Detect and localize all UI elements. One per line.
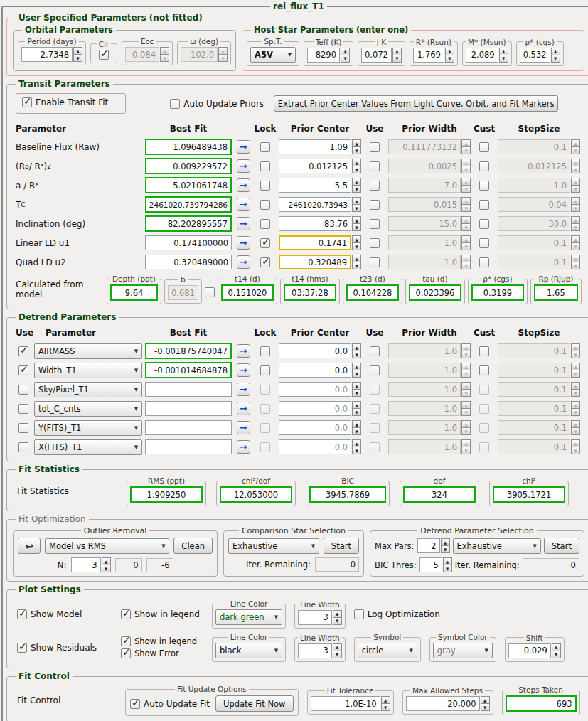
show-residuals-checkbox[interactable]: Show Residuals xyxy=(17,643,112,653)
spinner-down-icon[interactable] xyxy=(352,185,361,193)
copy-to-prior-arrow-button[interactable] xyxy=(237,217,250,230)
spinner-down-icon[interactable] xyxy=(352,408,361,416)
custom-step-checkbox[interactable] xyxy=(479,161,489,171)
lock-checkbox[interactable] xyxy=(260,365,270,375)
checkbox-box[interactable] xyxy=(121,609,131,619)
auto-update-priors-checkbox[interactable]: Auto Update Priors xyxy=(170,99,264,109)
checkbox-box[interactable] xyxy=(121,648,131,658)
spinner-down-icon[interactable] xyxy=(102,565,111,572)
shift-value[interactable]: -0.029 xyxy=(508,643,551,658)
lock-checkbox[interactable] xyxy=(260,238,270,248)
b-lock-checkbox[interactable] xyxy=(205,287,215,297)
extract-priors-button[interactable]: Extract Prior Center Values From Light C… xyxy=(274,95,558,112)
model-show-in-legend-checkbox[interactable]: Show in legend xyxy=(121,609,203,619)
spinner-down-icon[interactable] xyxy=(352,223,361,231)
copy-to-prior-arrow-button[interactable] xyxy=(237,159,250,173)
prior-center-spinner[interactable]: 1.09 xyxy=(279,139,361,154)
prior-center-spinner[interactable]: 5.5 xyxy=(279,178,361,193)
use-detrend-checkbox[interactable] xyxy=(18,442,28,452)
enable-transit-fit-checkbox[interactable]: Enable Transit Fit xyxy=(22,97,108,107)
detrend-parameter-select[interactable]: Width_T1 xyxy=(34,363,142,378)
teff-value[interactable]: 8290 xyxy=(307,48,340,63)
spinner-down-icon[interactable] xyxy=(352,204,361,212)
bic-thres-value[interactable]: 5 xyxy=(419,557,442,572)
max-pars-spinner[interactable]: 2 xyxy=(417,538,450,553)
clean-button[interactable]: Clean xyxy=(173,538,213,554)
prior-center-spinner[interactable]: 0.0 xyxy=(279,382,361,397)
spinner-down-icon[interactable] xyxy=(352,242,361,250)
prior-center-value[interactable]: 0.0 xyxy=(279,420,351,435)
spinner-down-icon[interactable] xyxy=(352,427,361,435)
prior-center-spinner[interactable]: 0.0 xyxy=(279,439,361,454)
detrend-parameter-select[interactable]: Sky/Pixel_T1 xyxy=(34,382,142,397)
prior-center-spinner[interactable]: 0.0 xyxy=(279,343,361,358)
spinner-down-icon[interactable] xyxy=(352,262,361,269)
use-prior-checkbox[interactable] xyxy=(370,161,380,171)
use-detrend-checkbox[interactable] xyxy=(18,385,28,395)
use-detrend-checkbox[interactable] xyxy=(18,365,28,375)
spinner-down-icon[interactable] xyxy=(333,617,342,625)
spinner-down-icon[interactable] xyxy=(441,545,450,553)
copy-to-prior-arrow-button[interactable] xyxy=(237,178,250,192)
prior-center-value[interactable]: 0.1741 xyxy=(279,235,351,250)
jk-spinner[interactable]: 0.072 xyxy=(361,48,402,63)
max-steps-spinner[interactable]: 20,000 xyxy=(406,696,490,711)
prior-center-value[interactable]: 83.76 xyxy=(279,216,351,231)
symbol-color-select[interactable]: gray xyxy=(433,643,493,658)
rstar-value[interactable]: 1.769 xyxy=(413,48,444,63)
jk-value[interactable]: 0.072 xyxy=(361,48,392,63)
show-model-checkbox[interactable]: Show Model xyxy=(17,609,112,619)
use-detrend-checkbox[interactable] xyxy=(18,423,28,433)
comp-star-method-select[interactable]: Exhaustive xyxy=(228,538,319,554)
rho-star-value[interactable]: 0.532 xyxy=(520,48,550,63)
prior-center-spinner[interactable]: 83.76 xyxy=(279,216,361,231)
prior-center-spinner[interactable]: 0.012125 xyxy=(279,159,361,173)
cir-checkbox[interactable] xyxy=(99,50,109,60)
custom-step-checkbox[interactable] xyxy=(479,238,489,248)
lock-checkbox[interactable] xyxy=(260,142,270,152)
use-detrend-checkbox[interactable] xyxy=(18,404,28,414)
lock-checkbox[interactable] xyxy=(260,346,270,356)
spinner-down-icon[interactable] xyxy=(352,351,361,358)
residual-line-color-select[interactable]: black xyxy=(215,643,282,658)
copy-to-prior-arrow-button[interactable] xyxy=(237,421,250,434)
copy-to-prior-arrow-button[interactable] xyxy=(237,344,250,358)
checkbox-box[interactable] xyxy=(170,99,180,109)
show-error-checkbox[interactable]: Show Error xyxy=(121,648,203,658)
rho-star-spinner[interactable]: 0.532 xyxy=(520,48,560,63)
period-value[interactable]: 2.7348 xyxy=(21,47,73,62)
custom-step-checkbox[interactable] xyxy=(479,142,489,152)
lock-checkbox[interactable] xyxy=(260,219,270,229)
use-prior-checkbox[interactable] xyxy=(370,238,380,248)
custom-step-checkbox[interactable] xyxy=(479,181,489,191)
spectral-type-select[interactable]: A5V xyxy=(250,47,296,63)
comp-star-start-button[interactable]: Start xyxy=(324,538,359,554)
model-line-width-value[interactable]: 3 xyxy=(298,610,332,625)
spinner-down-icon[interactable] xyxy=(352,447,361,454)
residual-line-width-spinner[interactable]: 3 xyxy=(298,643,342,658)
custom-step-checkbox[interactable] xyxy=(479,257,489,267)
period-spinner[interactable]: 2.7348 xyxy=(21,47,82,62)
use-detrend-checkbox[interactable] xyxy=(18,346,28,356)
rstar-spinner[interactable]: 1.769 xyxy=(413,48,454,63)
use-prior-checkbox[interactable] xyxy=(370,219,380,229)
spinner-down-icon[interactable] xyxy=(352,389,361,397)
copy-to-prior-arrow-button[interactable] xyxy=(237,363,250,377)
spinner-down-icon[interactable] xyxy=(333,651,342,658)
use-prior-checkbox[interactable] xyxy=(370,200,380,210)
spinner-down-icon[interactable] xyxy=(381,703,390,711)
spinner-down-icon[interactable] xyxy=(443,565,452,572)
copy-to-prior-arrow-button[interactable] xyxy=(237,198,250,211)
model-line-width-spinner[interactable]: 3 xyxy=(298,610,342,625)
custom-step-checkbox[interactable] xyxy=(479,365,489,375)
lock-checkbox[interactable] xyxy=(260,161,270,171)
checkbox-box[interactable] xyxy=(17,609,27,619)
use-prior-checkbox[interactable] xyxy=(370,365,380,375)
prior-center-spinner[interactable]: 0.320489 xyxy=(279,255,361,269)
detrend-sel-start-button[interactable]: Start xyxy=(544,538,579,554)
lock-checkbox[interactable] xyxy=(260,200,270,210)
checkbox-box[interactable] xyxy=(130,699,140,709)
model-line-color-select[interactable]: dark green xyxy=(215,609,282,625)
spinner-down-icon[interactable] xyxy=(481,703,490,711)
checkbox-box[interactable] xyxy=(121,636,131,646)
